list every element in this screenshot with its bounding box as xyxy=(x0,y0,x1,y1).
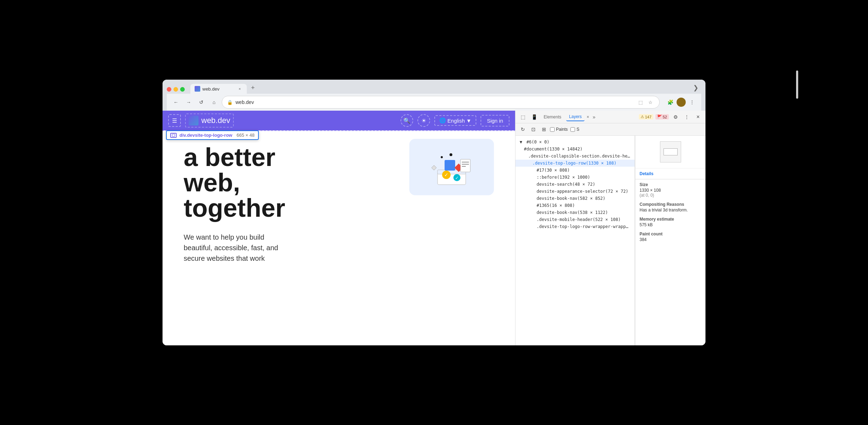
rotate-button[interactable]: ↻ xyxy=(518,125,527,134)
minimize-traffic-light[interactable] xyxy=(173,87,178,92)
layer-preview xyxy=(635,136,705,168)
illustration-box: ✓ ✓ xyxy=(409,139,494,195)
illustration-svg: ✓ ✓ xyxy=(423,146,480,188)
warning-badge[interactable]: ⚠ 147 xyxy=(639,114,653,119)
layer-item-booknav1[interactable]: devsite-book-nav(582 × 852) xyxy=(515,195,635,202)
webdev-logo-icon xyxy=(189,116,198,125)
extensions-button[interactable]: 🧩 xyxy=(665,97,675,107)
compositing-label: Compositing Reasons xyxy=(640,202,701,207)
header-language-selector[interactable]: 🌐 English ▼ xyxy=(434,115,476,126)
chrome-menu-button[interactable]: ⋮ xyxy=(687,97,697,107)
site-header: ☰ web.dev 🔍 ☀ 🌐 English ▼ xyxy=(163,111,515,130)
size-label: Size xyxy=(640,182,701,187)
scroll-checkbox[interactable] xyxy=(570,127,575,132)
zoom-fit-button[interactable]: ⊞ xyxy=(539,125,549,134)
chrome-extras: 🧩 ⋮ xyxy=(665,97,697,107)
header-search-button[interactable]: 🔍 xyxy=(401,114,413,127)
svg-text:✓: ✓ xyxy=(444,172,448,178)
browser-window: web.dev × + ❯ ← → ↺ ⌂ 🔒 web.dev ⬚ ☆ 🧩 xyxy=(163,80,705,345)
detail-memory: Memory estimate 575 kB xyxy=(640,217,701,227)
reload-button[interactable]: ↺ xyxy=(196,97,206,107)
layer-item-wrapper[interactable]: .devsite-top-logo-row-wrapper-wrappe… xyxy=(515,223,635,230)
search-icon: 🔍 xyxy=(403,117,410,124)
tab-bar: web.dev × + ❯ xyxy=(167,82,701,94)
scroll-checkbox-label[interactable]: S xyxy=(570,127,579,132)
paints-checkbox[interactable] xyxy=(550,127,555,132)
forward-button[interactable]: → xyxy=(184,97,194,107)
details-content: Size 1330 × 108 (at 0, 0) Compositing Re… xyxy=(635,179,705,249)
svg-rect-2 xyxy=(445,160,455,171)
svg-point-13 xyxy=(450,153,452,156)
language-label: English xyxy=(447,118,465,124)
settings-button[interactable]: ⚙ xyxy=(671,112,680,122)
inspect-icon: ⬚ xyxy=(521,114,525,120)
devtools-close-button[interactable]: × xyxy=(693,112,703,122)
page-subtext: We want to help you build beautiful, acc… xyxy=(184,232,332,264)
back-button[interactable]: ← xyxy=(171,97,181,107)
more-devtools-tabs[interactable]: » xyxy=(591,113,597,121)
maximize-traffic-light[interactable] xyxy=(180,87,185,92)
layer-item-search[interactable]: devsite-search(48 × 72) xyxy=(515,181,635,188)
url-actions: ⬚ ☆ xyxy=(637,98,654,106)
header-menu-button[interactable]: ☰ xyxy=(168,114,181,127)
memory-value: 575 kB xyxy=(640,222,701,227)
tab-elements[interactable]: Elements xyxy=(541,113,564,121)
layers-panel-main: ▼ #6(0 × 0) #document(1330 × 14842) .dev… xyxy=(515,136,705,345)
svg-rect-8 xyxy=(460,159,470,172)
tab-title: web.dev xyxy=(202,86,219,92)
header-logo-text: web.dev xyxy=(201,116,230,125)
profile-avatar[interactable] xyxy=(677,98,686,107)
new-tab-button[interactable]: + xyxy=(248,83,258,94)
header-signin-button[interactable]: Sign in xyxy=(481,115,509,127)
layer-item-root[interactable]: ▼ #6(0 × 0) xyxy=(515,138,635,146)
share-icon[interactable]: ⬚ xyxy=(637,98,644,106)
paint-count-value: 384 xyxy=(640,237,701,242)
home-button[interactable]: ⌂ xyxy=(209,97,219,107)
close-traffic-light[interactable] xyxy=(167,87,171,92)
subtext-line3: secure websites that work xyxy=(184,253,332,264)
layer-item-appearance[interactable]: devsite-appearance-selector(72 × 72) xyxy=(515,188,635,195)
tooltip-size: 665 × 48 xyxy=(237,133,255,138)
subtext-line2: beautiful, accessible, fast, and xyxy=(184,242,332,253)
layer-item-before[interactable]: ::before(1392 × 1000) xyxy=(515,174,635,181)
svg-text:✓: ✓ xyxy=(455,175,459,180)
layers-tree[interactable]: ▼ #6(0 × 0) #document(1330 × 14842) .dev… xyxy=(515,136,635,345)
device-icon: 📱 xyxy=(531,114,537,120)
layer-item-booknav2[interactable]: devsite-book-nav(538 × 1122) xyxy=(515,209,635,216)
svg-point-12 xyxy=(441,156,443,158)
pan-button[interactable]: ⊡ xyxy=(529,125,538,134)
tab-layers[interactable]: Layers xyxy=(566,113,585,121)
memory-label: Memory estimate xyxy=(640,217,701,222)
error-badge[interactable]: 🚩 52 xyxy=(655,114,669,119)
paint-count-label: Paint count xyxy=(640,232,701,236)
layer-item-logo-row[interactable]: .devsite-top-logo-row(1330 × 108) xyxy=(515,160,635,167)
more-options-button[interactable]: ⋮ xyxy=(682,112,691,122)
preview-inner xyxy=(664,148,678,155)
tab-close-button[interactable]: × xyxy=(237,86,243,92)
browser-content: ☰ web.dev 🔍 ☀ 🌐 English ▼ xyxy=(163,111,705,345)
url-bar[interactable]: 🔒 web.dev ⬚ ☆ xyxy=(222,96,660,109)
bookmark-icon[interactable]: ☆ xyxy=(647,98,654,106)
detail-size: Size 1330 × 108 (at 0, 0) xyxy=(640,182,701,198)
element-tooltip: div.devsite-top-logo-row 665 × 48 xyxy=(166,130,259,140)
layer-item-1365[interactable]: #1365(16 × 808) xyxy=(515,202,635,209)
compositing-value: Has a trivial 3d transform. xyxy=(640,208,701,212)
layers-close-button[interactable]: × xyxy=(587,115,589,119)
layer-item-17[interactable]: #17(30 × 808) xyxy=(515,167,635,174)
header-theme-button[interactable]: ☀ xyxy=(417,114,430,127)
tab-favicon-icon xyxy=(195,86,200,92)
more-tabs-button[interactable]: ❯ xyxy=(690,82,701,94)
hamburger-icon: ☰ xyxy=(172,117,177,124)
layer-item-mobile-header[interactable]: .devsite-mobile-header(522 × 108) xyxy=(515,216,635,223)
tooltip-element-name: div.devsite-top-logo-row xyxy=(179,133,232,138)
layer-item-collapsible[interactable]: .devsite-collapsible-section.devsite-hea… xyxy=(515,153,635,160)
devtools-right-controls: ⚠ 147 🚩 52 ⚙ ⋮ × xyxy=(639,112,703,122)
preview-box xyxy=(660,141,681,162)
device-mode-button[interactable]: 📱 xyxy=(530,112,539,122)
element-icon xyxy=(170,133,177,138)
active-tab[interactable]: web.dev × xyxy=(190,84,247,94)
detail-paint-count: Paint count 384 xyxy=(640,232,701,242)
layer-item-document[interactable]: #document(1330 × 14842) xyxy=(515,146,635,153)
inspect-element-button[interactable]: ⬚ xyxy=(518,112,527,122)
paints-checkbox-label[interactable]: Paints xyxy=(550,127,568,132)
